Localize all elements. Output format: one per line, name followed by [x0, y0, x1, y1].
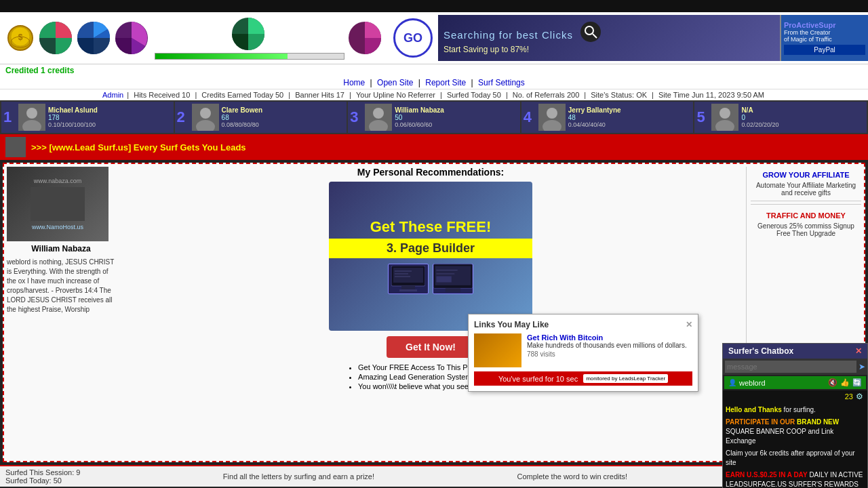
pie-chart-2[interactable] — [76, 20, 111, 56]
surf-timer: You've surfed for 10 sec monitored by Le… — [474, 371, 692, 386]
surfers-bar: 1 Michael Aslund 178 0.10/100/100/100 2 … — [0, 100, 868, 134]
surfer-rank-4: 4 — [524, 108, 536, 126]
surfer-info-1: Michael Aslund 178 0.10/100/100/100 — [48, 106, 98, 128]
surfer-ratio-1: 0.10/100/100/100 — [48, 121, 98, 128]
surf-timer-text: You've surfed for 10 sec — [498, 375, 578, 383]
pie-chart-3[interactable] — [114, 20, 149, 56]
chatbox-title: Surfer's Chatbox — [728, 346, 793, 356]
credited-bar: Credited 1 credits — [0, 64, 868, 77]
prize-text: Find all the letters by surfing and earn… — [223, 472, 374, 481]
surfer-card-5[interactable]: 5 N/A 0 0.02/20/20/20 — [694, 102, 867, 133]
recommendations-title: My Personal Recommendations: — [357, 167, 504, 178]
top-black-bar — [0, 0, 868, 12]
chatbox-input[interactable] — [725, 361, 856, 373]
link-title[interactable]: Get Rich With Bitcoin — [527, 333, 687, 342]
surfer-card-3[interactable]: 3 William Nabaza 50 0.06/60/60/60 — [348, 102, 520, 133]
divider — [751, 204, 861, 205]
info-credits-earned: Credits Earned Today 50 — [201, 91, 283, 99]
main-wrapper: www.nabaza.com www.NamoHost.us William N… — [0, 160, 868, 487]
surfer-card-4[interactable]: 4 Jerry Ballantyne 48 0.04/40/40/40 — [521, 102, 694, 133]
chatbox-user-icon: 👤 — [728, 379, 736, 386]
chatbox-mute-icon[interactable]: 🔇 — [828, 378, 837, 387]
chatbox-username: weblord — [739, 379, 825, 387]
chat-messages: Hello and Thanks for surfing. PARTICIPAT… — [723, 403, 867, 488]
searching-text: Searching for best Clicks — [443, 22, 774, 42]
nav-sep3: | — [471, 78, 475, 87]
promo-title: ProActiveSupr — [784, 21, 865, 29]
screen-mock-1 — [388, 264, 429, 294]
popup-close-button[interactable]: ✕ — [686, 320, 692, 329]
save-text: Start Saving up to 87%! — [443, 45, 774, 54]
surfer-info-3: William Nabaza 50 0.06/60/60/60 — [395, 106, 444, 128]
svg-point-11 — [26, 108, 37, 119]
svg-rect-24 — [399, 289, 417, 291]
chatbox-like-icon[interactable]: 👍 — [840, 378, 850, 387]
nav-surf-settings[interactable]: Surf Settings — [478, 78, 525, 87]
ad-subheadline: 3. Page Builder — [329, 239, 532, 258]
chatbox-count: 23 — [845, 392, 853, 401]
surfer-avatar-1 — [18, 104, 45, 131]
link-item: Get Rich With Bitcoin Make hundreds of t… — [474, 333, 692, 367]
site-owner-name: William Nabaza — [7, 244, 115, 253]
chatbox: Surfer's Chatbox ✕ ➤ 👤 weblord 🔇 👍 🔄 23 … — [722, 343, 868, 488]
nav-sep2: | — [418, 78, 422, 87]
surfer-name-1: Michael Aslund — [48, 106, 98, 114]
svg-point-19 — [719, 108, 730, 119]
nav-open-site[interactable]: Open Site — [377, 78, 413, 87]
traffic-box: TRAFFIC AND MONEY Generous 25% commiss S… — [751, 207, 861, 241]
surfed-session: Surfed This Session: 9 — [5, 468, 80, 476]
surfer-info-2: Clare Bowen 68 0.08/80/80/80 — [222, 106, 263, 128]
svg-rect-29 — [435, 266, 471, 285]
surfer-avatar-5 — [711, 104, 738, 131]
surfer-name-5: N/A — [741, 106, 778, 114]
links-popup: Links You May Like ✕ Get Rich With Bitco… — [468, 314, 698, 392]
progress-bar-container — [155, 53, 344, 60]
pie-chart-5[interactable] — [347, 20, 382, 56]
nav-report-site[interactable]: Report Site — [425, 78, 466, 87]
surfer-credits-3: 50 — [395, 114, 444, 121]
info-admin[interactable]: Admin — [102, 91, 123, 99]
svg-point-18 — [542, 120, 561, 131]
chatbox-close-button[interactable]: ✕ — [855, 346, 862, 356]
chat-msg-4: EARN U.S.$0.25 IN A DAY DAILY IN ACTIVE … — [726, 470, 865, 488]
paypal-logo: PayPal — [784, 45, 865, 55]
surfer-ratio-2: 0.08/80/80/80 — [222, 121, 263, 128]
site-thumb — [31, 187, 85, 221]
searching-label: Searching for best Clicks — [443, 29, 573, 41]
surfer-card-1[interactable]: 1 Michael Aslund 178 0.10/100/100/100 — [1, 102, 174, 133]
surfer-rank-1: 1 — [3, 108, 16, 126]
site-info-panel: www.nabaza.com www.NamoHost.us William N… — [7, 167, 115, 458]
link-info: Get Rich With Bitcoin Make hundreds of t… — [527, 333, 687, 358]
surfer-ratio-5: 0.02/20/20/20 — [741, 121, 778, 128]
promo-box: ProActiveSupr From the Creator of Magic … — [780, 15, 868, 61]
info-upline: Your Upline No Referrer — [356, 91, 435, 99]
chatbox-settings-icon[interactable]: ⚙ — [856, 392, 863, 401]
go-button[interactable]: GO — [393, 18, 433, 58]
chatbox-send-icon[interactable]: ➤ — [859, 362, 865, 371]
grow-title: GROW YOUR AFFILIATE — [755, 171, 857, 179]
link-thumbnail — [474, 333, 521, 367]
info-bar: Admin | Hits Received 10 | Credits Earne… — [0, 89, 868, 100]
ad-screens — [388, 264, 473, 294]
surfer-card-2[interactable]: 2 Clare Bowen 68 0.08/80/80/80 — [175, 102, 347, 133]
svg-line-10 — [593, 34, 597, 38]
chatbox-input-row: ➤ — [723, 359, 867, 375]
surfer-name-2: Clare Bowen — [222, 106, 263, 114]
main-ad-panel: My Personal Recommendations: Get These F… — [121, 167, 741, 458]
nav-home[interactable]: Home — [343, 78, 365, 87]
grow-text: Automate Your Affiliate Marketing and re… — [755, 182, 857, 197]
traffic-title: TRAFFIC AND MONEY — [755, 211, 857, 220]
get-it-button[interactable]: Get It Now! — [387, 336, 475, 358]
pie-chart-4[interactable] — [231, 16, 266, 52]
info-surfed-today: Surfed Today 50 — [447, 91, 501, 99]
info-banner-hits: Banner Hits 17 — [295, 91, 344, 99]
surfer-name-4: Jerry Ballantyne — [568, 106, 621, 114]
ad-headline1: Get These — [370, 218, 442, 235]
traffic-text: Generous 25% commiss Signup Free Then Up… — [755, 222, 857, 237]
pie-chart-1[interactable] — [38, 20, 73, 56]
chatbox-refresh-icon[interactable]: 🔄 — [852, 378, 862, 387]
popup-title: Links You May Like ✕ — [474, 320, 692, 329]
svg-point-14 — [196, 120, 215, 131]
surfer-avatar-3 — [365, 104, 392, 131]
promo-sub2: of Magic of Traffic — [784, 36, 865, 43]
